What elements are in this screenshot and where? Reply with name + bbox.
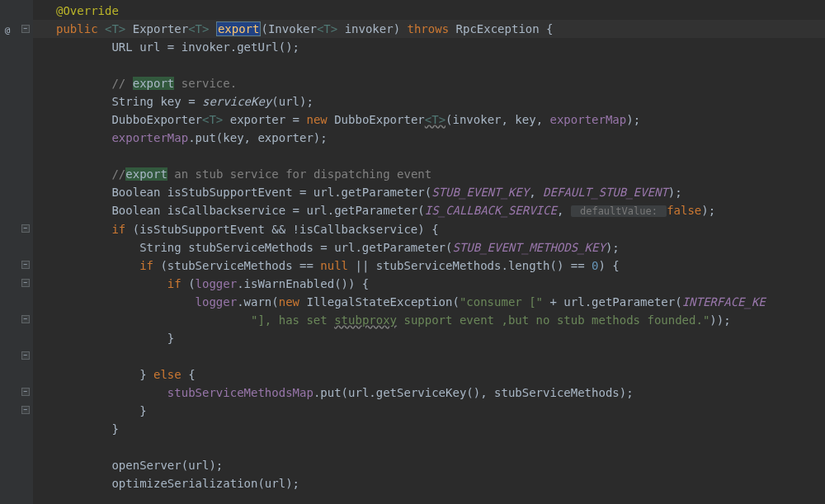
editor-gutter: @ − − − − − − − − (0, 0, 33, 504)
punct: , (557, 204, 571, 217)
brace: } (56, 404, 147, 417)
comment: an stub service for dispatching event (167, 167, 431, 181)
keyword-public: public (56, 22, 98, 35)
code-line[interactable]: Boolean isCallbackservice = url.getParam… (33, 201, 825, 220)
constant: STUB_EVENT_KEY (431, 186, 529, 199)
generics: <T> (105, 22, 125, 35)
condition: (isStubSupportEvent && !isCallbackservic… (125, 223, 438, 236)
code-line[interactable] (33, 347, 825, 365)
param-name: invoker) (337, 22, 407, 35)
code-line[interactable]: //export an stub service for dispatching… (33, 165, 825, 183)
punct: ) { (598, 259, 619, 272)
statement: .isWarnEnabled()) { (237, 277, 369, 290)
punct: ); (668, 186, 682, 199)
code-line[interactable]: optimizeSerialization(url); (33, 474, 825, 492)
generics: <T> (317, 22, 337, 35)
args: (invoker, key, (446, 113, 549, 126)
keyword-if: if (56, 277, 182, 290)
constant: IS_CALLBACK_SERVICE (425, 204, 557, 217)
keyword-new: new (306, 113, 327, 126)
code-line[interactable]: if (isStubSupportEvent && !isCallbackser… (33, 220, 825, 238)
code-line[interactable]: URL url = invoker.getUrl(); (33, 38, 825, 56)
brace: } (56, 422, 119, 436)
code-line[interactable] (33, 56, 825, 74)
generics: <T> (188, 22, 209, 35)
condition: ( (182, 277, 196, 290)
type: IllegalStateException( (299, 295, 460, 309)
punct: ); (701, 204, 715, 217)
code-line[interactable]: Boolean isStubSupportEvent = url.getPara… (33, 183, 825, 201)
field-ref: exporterMap (56, 131, 188, 144)
condition: (stubServiceMethods == (153, 259, 320, 272)
code-line[interactable]: String stubServiceMethods = url.getParam… (33, 238, 825, 257)
code-line[interactable]: } (33, 329, 825, 347)
statement: URL url = invoker.getUrl(); (56, 40, 299, 54)
field-ref: logger (196, 295, 238, 309)
code-line[interactable]: logger.warn(new IllegalStateException("c… (33, 293, 825, 311)
code-line[interactable]: String key = serviceKey(url); (33, 92, 825, 111)
fold-marker[interactable]: − (21, 25, 30, 33)
fold-marker[interactable]: − (21, 279, 30, 287)
code-line[interactable]: // export service. (33, 74, 825, 92)
punct: , (529, 186, 543, 199)
keyword-null: null (320, 259, 348, 272)
fold-marker[interactable]: − (21, 261, 30, 269)
string: support event ,but no stub methods found… (397, 313, 710, 327)
code-line[interactable]: public <T> Exporter<T> export(Invoker<T>… (33, 20, 825, 38)
statement: exporter = (223, 113, 306, 126)
comment: // (56, 167, 125, 181)
code-line[interactable]: } (33, 402, 825, 420)
code-editor[interactable]: @ − − − − − − − − @Override public <T> E… (0, 0, 825, 504)
statement: .put(key, exporter); (188, 131, 328, 144)
keyword-if: if (56, 223, 125, 236)
brace: } (56, 332, 174, 345)
keyword-if: if (56, 259, 153, 272)
expr: + url.getParameter( (543, 295, 682, 309)
fold-marker[interactable]: − (21, 406, 30, 414)
code-line[interactable] (33, 147, 825, 165)
code-content[interactable]: @Override public <T> Exporter<T> export(… (33, 0, 825, 504)
code-line[interactable] (33, 438, 825, 456)
override-gutter-icon[interactable]: @ (2, 21, 13, 33)
keyword-new: new (279, 295, 299, 309)
condition: || stubServiceMethods.length() == (348, 259, 592, 272)
constant: INTERFACE_KE (682, 295, 766, 309)
statement: String stubServiceMethods = url.getParam… (56, 241, 452, 254)
brace: { (182, 368, 196, 381)
code-line[interactable]: @Override (33, 2, 825, 20)
field-ref: logger (196, 277, 238, 290)
code-line[interactable]: "], has set stubproxy support event ,but… (33, 311, 825, 329)
code-line[interactable]: } (33, 420, 825, 438)
constant: STUB_EVENT_METHODS_KEY (452, 241, 605, 254)
fold-marker[interactable]: − (21, 388, 30, 396)
statement: String key = (56, 95, 202, 108)
indent (56, 295, 196, 309)
code-line[interactable] (33, 492, 825, 504)
string: "consumer [" (460, 295, 543, 309)
inlay-hint: defaultValue: (571, 205, 667, 217)
statement: (url); (271, 95, 314, 108)
code-line[interactable]: if (logger.isWarnEnabled()) { (33, 275, 825, 293)
generics: <T> (425, 113, 446, 126)
constant: DEFAULT_STUB_EVENT (543, 186, 668, 199)
method-call: .warn( (237, 295, 279, 309)
code-line[interactable]: stubServiceMethodsMap.put(url.getService… (33, 384, 825, 402)
fold-marker[interactable]: − (21, 315, 30, 323)
code-line[interactable]: openServer(url); (33, 456, 825, 474)
field-ref: stubServiceMethodsMap (167, 386, 314, 399)
code-line[interactable]: DubboExporter<T> exporter = new DubboExp… (33, 111, 825, 129)
fold-marker[interactable]: − (21, 224, 30, 233)
comment: service. (174, 77, 237, 90)
code-line[interactable]: } else { (33, 365, 825, 384)
string-typo: stubproxy (334, 313, 397, 327)
statement: Boolean isCallbackservice = url.getParam… (56, 204, 425, 217)
statement: ); (626, 113, 640, 126)
search-match: export (125, 167, 167, 181)
code-line[interactable]: if (stubServiceMethods == null || stubSe… (33, 257, 825, 275)
punct: )); (710, 313, 730, 327)
indent (56, 386, 167, 399)
type: Exporter (125, 22, 188, 35)
code-line[interactable]: exporterMap.put(key, exporter); (33, 129, 825, 147)
fold-marker[interactable]: − (21, 351, 30, 360)
statement: Boolean isStubSupportEvent = url.getPara… (56, 186, 431, 199)
